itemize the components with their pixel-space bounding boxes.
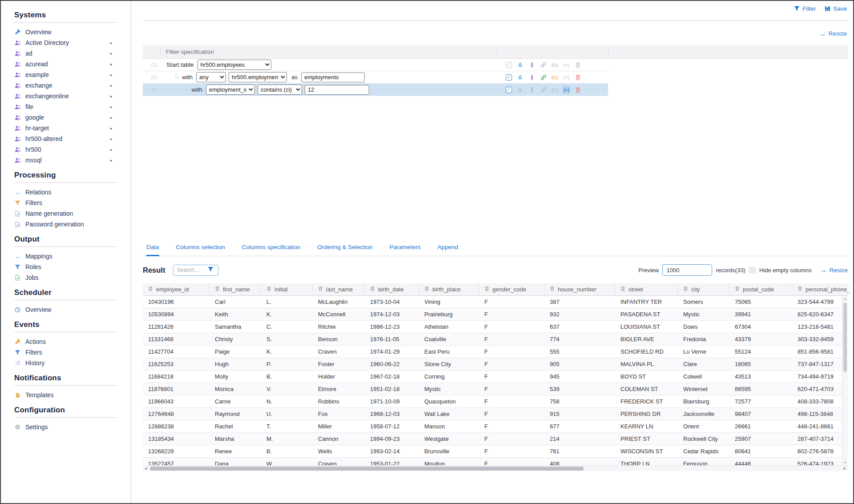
- column-header-first-name[interactable]: first_name: [209, 283, 261, 295]
- filter-input[interactable]: [301, 73, 365, 82]
- sidebar-item-actions[interactable]: Actions: [14, 336, 117, 347]
- scroll-down-arrow-icon[interactable]: ▼: [842, 461, 848, 464]
- search-input[interactable]: [177, 267, 208, 273]
- delete-column-icon[interactable]: [798, 286, 802, 293]
- filter-select[interactable]: hr500.employments: [229, 72, 287, 82]
- drag-handle[interactable]: [151, 88, 157, 92]
- match-expression-icon[interactable]: |×|: [563, 86, 570, 93]
- delete-column-icon[interactable]: [266, 286, 271, 293]
- delete-column-icon[interactable]: [484, 286, 489, 293]
- filter-row-1[interactable]: Start tablehr500.employees✓&f(x)|×|: [143, 59, 608, 71]
- delete-column-icon[interactable]: [550, 286, 555, 293]
- sidebar-item-overview[interactable]: Overview: [14, 304, 117, 315]
- chevron-right-icon[interactable]: ▸: [110, 105, 112, 109]
- delete-row-icon[interactable]: [574, 61, 582, 69]
- column-header-city[interactable]: city: [678, 283, 729, 295]
- filter-row-3[interactable]: withemployment_idcontains (ci)✓&f(x)|×|: [143, 84, 608, 96]
- sidebar-item-file[interactable]: file▸: [14, 101, 117, 112]
- or-condition-icon[interactable]: [528, 61, 536, 69]
- delete-column-icon[interactable]: [148, 286, 153, 293]
- table-row[interactable]: 13185434MarshaM.Cannon1994-09-23Westgate…: [143, 433, 848, 445]
- relation-link-icon[interactable]: [540, 86, 547, 93]
- sidebar-item-mappings[interactable]: ↔Mappings: [14, 251, 117, 262]
- row-enabled-checkbox[interactable]: ✓: [505, 61, 512, 69]
- function-icon[interactable]: f(x): [551, 86, 559, 93]
- sidebar-item-azuread[interactable]: azuread▸: [14, 59, 117, 69]
- delete-row-icon[interactable]: [574, 86, 582, 93]
- table-row[interactable]: 11281426SamanthaC.Ritchie1986-12-23Athel…: [143, 321, 848, 333]
- filter-select[interactable]: any: [196, 72, 226, 82]
- sidebar-item-roles[interactable]: Roles: [14, 262, 117, 272]
- chevron-right-icon[interactable]: ▸: [110, 94, 112, 98]
- column-header-street[interactable]: street: [615, 283, 678, 295]
- and-condition-icon[interactable]: &: [516, 86, 524, 93]
- column-header-birth-place[interactable]: birth_place: [419, 283, 479, 295]
- hide-empty-columns-checkbox[interactable]: [749, 267, 756, 274]
- search-funnel-icon[interactable]: [208, 266, 214, 274]
- chevron-right-icon[interactable]: ▸: [110, 62, 112, 66]
- horizontal-scroll-thumb[interactable]: [150, 467, 584, 471]
- sidebar-item-hr-target[interactable]: hr-target▸: [14, 123, 117, 133]
- filter-button[interactable]: Filter: [794, 5, 816, 12]
- column-header-house-number[interactable]: house_number: [544, 283, 615, 295]
- column-header-birth-date[interactable]: birth_date: [365, 283, 419, 295]
- column-header-last-name[interactable]: last_name: [313, 283, 365, 295]
- delete-row-icon[interactable]: [574, 73, 582, 81]
- horizontal-scrollbar[interactable]: ◀ ▶: [143, 465, 848, 471]
- sidebar-item-settings[interactable]: ⚙Settings: [14, 422, 117, 432]
- column-header-postal-code[interactable]: postal_code: [729, 283, 792, 295]
- drag-handle[interactable]: [151, 63, 157, 67]
- or-condition-icon[interactable]: [528, 86, 536, 93]
- delete-column-icon[interactable]: [735, 286, 740, 293]
- table-row[interactable]: 10530894KeithK.McConnell1974-12-03Prairi…: [143, 308, 848, 321]
- sidebar-item-name-generation[interactable]: Name generation: [14, 208, 117, 219]
- sidebar-item-history[interactable]: ↺History: [14, 358, 117, 368]
- drag-handle[interactable]: [151, 75, 157, 80]
- scroll-up-arrow-icon[interactable]: ▲: [842, 297, 848, 300]
- delete-column-icon[interactable]: [424, 286, 429, 293]
- delete-column-icon[interactable]: [620, 286, 625, 293]
- preview-count-input[interactable]: [662, 264, 712, 276]
- chevron-right-icon[interactable]: ▸: [110, 41, 112, 45]
- delete-column-icon[interactable]: [370, 286, 375, 293]
- match-expression-icon[interactable]: |×|: [563, 61, 570, 69]
- table-row[interactable]: 11625253HughP.Foster1960-06-22Stone City…: [143, 358, 848, 371]
- sidebar-item-mssql[interactable]: mssql▸: [14, 155, 117, 165]
- table-row[interactable]: 11684218MollyB.Holder1967-02-18CorningF9…: [143, 371, 848, 383]
- match-expression-icon[interactable]: |×|: [563, 73, 570, 81]
- save-button[interactable]: Save: [825, 5, 847, 12]
- sidebar-item-overview[interactable]: Overview: [14, 27, 117, 37]
- sidebar-item-hr500-altered[interactable]: hr500-altered▸: [14, 133, 117, 144]
- function-icon[interactable]: f(x): [551, 61, 559, 69]
- relation-link-icon[interactable]: [540, 73, 547, 81]
- sidebar-item-example[interactable]: example▸: [14, 69, 117, 80]
- chevron-right-icon[interactable]: ▸: [110, 137, 112, 141]
- column-header-gender-code[interactable]: gender_code: [479, 283, 544, 295]
- sidebar-item-templates[interactable]: Templates: [14, 390, 117, 400]
- table-row[interactable]: 12764648RaymondU.Fox1968-12-03Wall LakeF…: [143, 408, 848, 420]
- filter-select[interactable]: employment_id: [206, 85, 255, 95]
- scroll-right-arrow-icon[interactable]: ▶: [844, 467, 846, 470]
- sidebar-item-exchange[interactable]: exchange▸: [14, 80, 117, 91]
- vertical-scrollbar[interactable]: ▲ ▼: [842, 296, 848, 465]
- column-header-employee-id[interactable]: employee_id: [143, 283, 209, 295]
- tab-columns-specification[interactable]: Columns specification: [242, 244, 300, 256]
- sidebar-item-google[interactable]: google▸: [14, 112, 117, 123]
- scroll-left-arrow-icon[interactable]: ◀: [145, 467, 147, 470]
- function-icon[interactable]: f(x): [551, 73, 559, 81]
- chevron-right-icon[interactable]: ▸: [110, 126, 112, 130]
- filter-select[interactable]: contains (ci): [258, 85, 302, 95]
- tab-columns-selection[interactable]: Columns selection: [176, 244, 225, 256]
- tab-parameters[interactable]: Parameters: [390, 244, 421, 256]
- tab-ordering-selection[interactable]: Ordering & Selection: [317, 244, 373, 256]
- table-row[interactable]: 13527457DanaW.Craven1953-01-22MoultonF40…: [143, 458, 848, 465]
- sidebar-item-exchangeonline[interactable]: exchangeonline▸: [14, 91, 117, 101]
- chevron-right-icon[interactable]: ▸: [110, 84, 112, 88]
- column-header-personal-phone-nr[interactable]: personal_phone_nr: [792, 283, 850, 295]
- chevron-right-icon[interactable]: ▸: [110, 52, 112, 56]
- table-row[interactable]: 12886238RachelT.Miller1958-07-12MansonF6…: [143, 420, 848, 433]
- resize-filter-link[interactable]: ↔ Resize: [820, 30, 847, 37]
- and-condition-icon[interactable]: &: [516, 61, 524, 69]
- chevron-right-icon[interactable]: ▸: [110, 116, 112, 120]
- sidebar-item-password-generation[interactable]: Password generation: [14, 219, 117, 230]
